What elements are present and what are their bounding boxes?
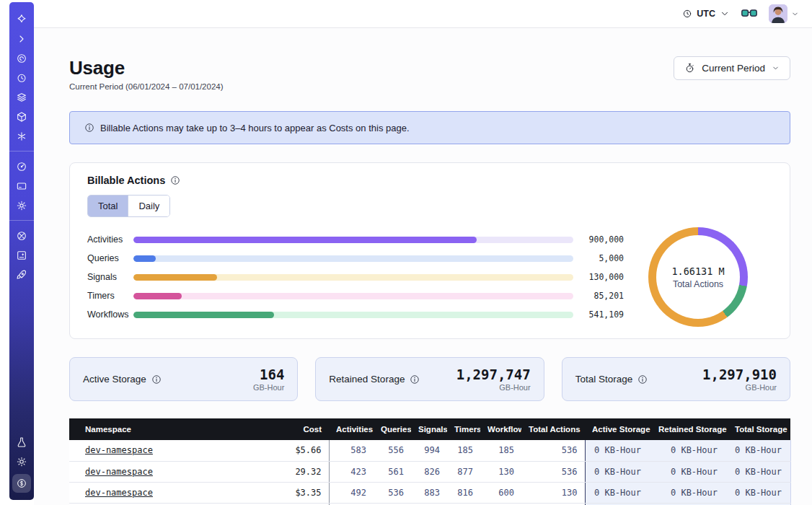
col-cost[interactable]: Cost (260, 418, 329, 440)
col-signals[interactable]: Signals (411, 418, 447, 440)
active-storage-cell: 0 KB-Hour (585, 440, 651, 461)
activities-cell: 423 (329, 461, 374, 482)
bar-track (133, 293, 573, 299)
chevron-down-icon (791, 10, 799, 18)
namespace-link[interactable]: dev-namespace (85, 488, 153, 498)
usage-icon[interactable] (14, 159, 30, 175)
bar-label: Activities (87, 234, 133, 245)
signals-cell: 883 (411, 482, 447, 503)
theme-icon[interactable] (14, 454, 30, 470)
table-row: dev-namespace $3.35 492 536 883 816 600 … (69, 482, 790, 503)
bar-row: Workflows 541,109 (87, 305, 624, 324)
tab-total[interactable]: Total (88, 196, 128, 216)
info-circle-icon[interactable] (637, 374, 648, 385)
workflows-icon[interactable] (14, 109, 30, 125)
table-header-row: Namespace Cost Activities Queries Signal… (69, 418, 790, 440)
bar-fill (133, 237, 477, 243)
chevron-right-icon[interactable] (14, 31, 30, 47)
glasses-icon[interactable] (741, 9, 757, 19)
bar-row: Queries 5,000 (87, 249, 624, 268)
bar-track (133, 274, 573, 281)
queries-cell: 561 (374, 461, 411, 482)
sidebar (9, 2, 34, 500)
total-storage-cell: 0 KB-Hour (728, 440, 790, 461)
tab-daily[interactable]: Daily (128, 196, 169, 216)
bar-track (133, 312, 573, 318)
total-actions-cell: 536 (521, 461, 585, 482)
billable-actions-title: Billable Actions (87, 175, 165, 186)
support-icon[interactable] (14, 228, 30, 244)
col-activities[interactable]: Activities (329, 418, 374, 440)
workflows-cell: 600 (480, 482, 521, 503)
page-subtitle: Current Period (06/01/2024 – 07/01/2024) (69, 82, 224, 91)
col-workflows[interactable]: Workflows (480, 418, 521, 440)
info-circle-icon (84, 123, 94, 133)
table-row: dev-namespace 29.32 423 561 826 877 130 … (69, 461, 790, 482)
namespace-link[interactable]: dev-namespace (85, 467, 153, 477)
total-actions-donut-chart: 1.66131 M Total Actions (648, 227, 748, 327)
col-retained-storage[interactable]: Retained Storage (651, 418, 728, 440)
schedules-icon[interactable] (14, 70, 30, 86)
bar-label: Queries (87, 253, 133, 263)
bar-fill (133, 293, 182, 299)
info-circle-icon[interactable] (151, 374, 162, 385)
pricing-icon[interactable] (12, 474, 31, 493)
deployments-icon[interactable] (14, 89, 30, 105)
namespace-link[interactable]: dev-namespace (85, 445, 153, 455)
timezone-label: UTC (697, 9, 715, 19)
active-storage-card: Active Storage 164 GB-Hour (69, 357, 298, 401)
labs-icon[interactable] (14, 434, 30, 450)
timezone-selector[interactable]: UTC (682, 9, 730, 19)
temporal-logo[interactable] (14, 12, 30, 27)
cost-cell: 29.32 (260, 461, 329, 482)
col-total-storage[interactable]: Total Storage (728, 418, 790, 440)
workflows-cell: 130 (480, 461, 521, 482)
timers-cell: 877 (447, 461, 480, 482)
info-banner: Billable Actions may take up to 3–4 hour… (69, 111, 790, 144)
donut-total-value: 1.66131 M (671, 265, 724, 277)
bar-label: Timers (87, 291, 133, 301)
total-storage-cell: 0 KB-Hour (728, 461, 790, 482)
banner-text: Billable Actions may take up to 3–4 hour… (100, 123, 410, 133)
col-timers[interactable]: Timers (447, 418, 480, 440)
donut-caption: Total Actions (673, 279, 723, 289)
retained-storage-cell: 0 KB-Hour (651, 461, 728, 482)
user-menu[interactable] (769, 4, 799, 23)
total-storage-unit: GB-Hour (702, 383, 777, 392)
retained-storage-cell: 0 KB-Hour (651, 482, 728, 503)
col-total-actions[interactable]: Total Actions (521, 418, 585, 440)
timers-cell: 185 (447, 440, 480, 461)
nexus-icon[interactable] (14, 128, 30, 144)
active-storage-cell: 0 KB-Hour (585, 461, 651, 482)
activities-cell: 583 (329, 440, 374, 461)
user-avatar (769, 4, 787, 23)
settings-icon[interactable] (14, 198, 30, 214)
col-queries[interactable]: Queries (374, 418, 411, 440)
bar-fill (133, 255, 156, 262)
active-storage-label: Active Storage (83, 374, 146, 385)
info-circle-icon[interactable] (170, 175, 180, 185)
col-active-storage[interactable]: Active Storage (585, 418, 651, 440)
chevron-down-icon (720, 9, 730, 19)
total-actions-cell: 130 (521, 482, 585, 503)
signals-cell: 826 (411, 461, 447, 482)
stopwatch-icon (684, 63, 695, 74)
signals-cell: 994 (411, 440, 447, 461)
info-circle-icon[interactable] (410, 374, 420, 385)
queries-cell: 536 (374, 482, 411, 503)
bar-label: Workflows (87, 309, 133, 320)
total-storage-value: 1,297,910 (702, 367, 777, 382)
retained-storage-unit: GB-Hour (456, 383, 531, 392)
period-selector-button[interactable]: Current Period (674, 56, 790, 80)
billing-icon[interactable] (14, 178, 30, 194)
clock-icon (682, 9, 692, 19)
feedback-icon[interactable] (14, 247, 30, 263)
page-title: Usage (69, 56, 224, 79)
col-namespace[interactable]: Namespace (69, 418, 260, 440)
sidebar-divider (9, 220, 34, 221)
bar-value: 541,109 (578, 309, 624, 320)
bar-fill (133, 312, 274, 318)
getting-started-icon[interactable] (14, 267, 30, 283)
namespaces-icon[interactable] (14, 50, 30, 66)
period-button-label: Current Period (702, 63, 765, 74)
